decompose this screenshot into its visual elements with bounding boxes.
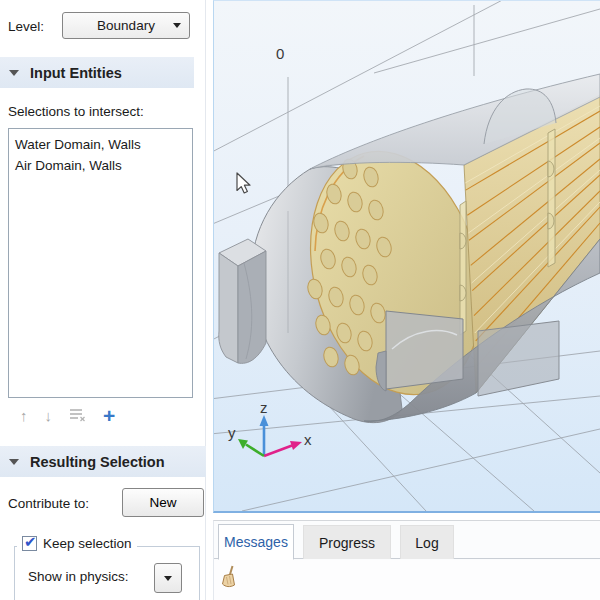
bottom-nozzle: [376, 311, 463, 391]
list-toolbar: ↑ ↓ +: [20, 404, 180, 428]
keep-selection-row: ✔ Keep selection: [17, 536, 137, 551]
chevron-down-icon: [173, 23, 181, 28]
axis-label-x: x: [304, 431, 312, 448]
settings-panel: Level: Boundary Input Entities Selection…: [0, 0, 206, 600]
tab-messages[interactable]: Messages: [218, 524, 294, 560]
new-button[interactable]: New: [122, 488, 204, 517]
checkmark-icon: ✔: [24, 533, 37, 551]
keep-selection-checkbox[interactable]: ✔: [22, 536, 37, 551]
level-label: Level:: [8, 19, 44, 34]
level-combobox[interactable]: Boundary: [62, 12, 190, 39]
graphics-window: 0 z y x: [213, 0, 600, 513]
section-title: Resulting Selection: [30, 454, 165, 470]
section-header-resulting-selection[interactable]: Resulting Selection: [0, 446, 206, 477]
graphics-canvas[interactable]: 0 z y x: [214, 1, 600, 511]
show-in-physics-label: Show in physics:: [28, 569, 129, 584]
add-selection-icon[interactable]: +: [103, 407, 115, 425]
collapse-triangle-icon: [9, 70, 19, 76]
axis-tick-label: 0: [276, 45, 284, 62]
level-row: Level: Boundary: [8, 12, 198, 40]
show-in-physics-dropdown[interactable]: [154, 563, 182, 593]
show-in-physics-row: Show in physics:: [28, 565, 198, 595]
section-header-input-entities[interactable]: Input Entities: [0, 57, 194, 88]
clear-messages-icon[interactable]: [220, 565, 240, 595]
move-up-icon[interactable]: ↑: [20, 407, 28, 425]
selections-listbox[interactable]: Water Domain, Walls Air Domain, Walls: [8, 128, 193, 398]
contribute-to-label: Contribute to:: [8, 496, 89, 511]
level-combobox-value: Boundary: [97, 18, 155, 33]
information-panel: Messages Progress Log: [213, 520, 600, 600]
messages-content: [214, 560, 600, 600]
list-item[interactable]: Water Domain, Walls: [15, 134, 186, 155]
move-down-icon[interactable]: ↓: [45, 407, 53, 425]
contribute-row: Contribute to: New: [8, 488, 206, 518]
selections-to-intersect-label: Selections to intersect:: [8, 104, 144, 119]
tab-progress[interactable]: Progress: [303, 525, 391, 559]
tab-strip: Messages Progress Log: [214, 521, 600, 559]
comsol-window: Level: Boundary Input Entities Selection…: [0, 0, 600, 600]
tab-log[interactable]: Log: [400, 525, 454, 559]
inlet-nozzle: [219, 239, 266, 363]
axis-label-y: y: [228, 424, 236, 441]
delete-selection-icon[interactable]: [69, 407, 86, 426]
collapse-triangle-icon: [9, 459, 19, 465]
axis-label-z: z: [260, 399, 268, 416]
list-remove-icon: [69, 407, 86, 422]
section-title: Input Entities: [30, 65, 122, 81]
chevron-down-icon: [164, 576, 172, 581]
keep-selection-label: Keep selection: [43, 536, 132, 551]
list-item[interactable]: Air Domain, Walls: [15, 155, 186, 176]
